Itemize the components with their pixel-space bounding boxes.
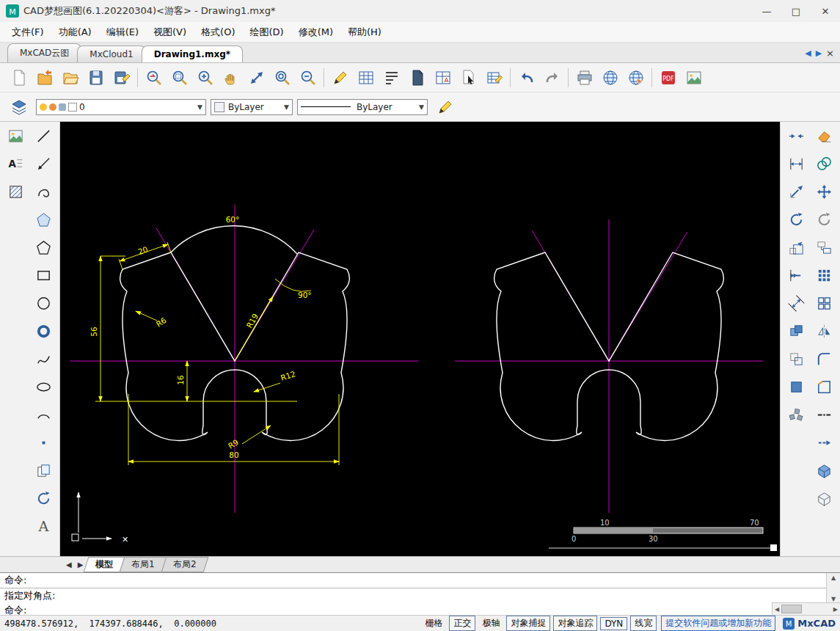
scale-button[interactable]: [783, 233, 811, 261]
array-button[interactable]: [811, 261, 839, 289]
polyline-edit-button[interactable]: [811, 428, 839, 456]
polar-toggle[interactable]: 极轴: [478, 616, 503, 630]
zoom-out-button[interactable]: [295, 65, 321, 90]
redo-button[interactable]: [539, 65, 565, 90]
zoom-previous-button[interactable]: [141, 65, 167, 90]
menu-item-modify[interactable]: 修改(M): [291, 23, 340, 41]
hatch-button[interactable]: [2, 178, 30, 205]
tab-scroll-left-icon[interactable]: ◀: [805, 48, 811, 58]
chamfer-button[interactable]: [811, 373, 839, 401]
scrollbar-thumb[interactable]: [781, 605, 802, 613]
open-url-button[interactable]: [623, 65, 649, 90]
table-edit-button[interactable]: [481, 65, 507, 90]
grid-toggle[interactable]: 栅格: [421, 616, 446, 630]
box3d-button[interactable]: [811, 456, 839, 484]
linetype-select[interactable]: ByLayer ▼: [297, 99, 428, 115]
doc-tab-mxcloud1[interactable]: MxCloud1: [77, 45, 145, 62]
scroll-up-icon[interactable]: ▲: [831, 573, 836, 583]
pentagon-button[interactable]: [30, 205, 58, 233]
rotate-reference-button[interactable]: [811, 205, 839, 233]
spline-button[interactable]: [30, 345, 58, 373]
scroll-right-icon[interactable]: ▶: [831, 606, 840, 613]
color-draw-button[interactable]: [327, 65, 353, 90]
layout-tab-layout1[interactable]: 布局1: [120, 557, 167, 572]
layout-tab-layout2[interactable]: 布局2: [161, 557, 208, 572]
circle-button[interactable]: [30, 289, 58, 317]
copy-circle-button[interactable]: [811, 150, 839, 178]
zoom-in-button[interactable]: [192, 65, 218, 90]
break-button[interactable]: [783, 122, 811, 150]
doc-tab-mxcad-cloud[interactable]: MxCAD云图: [7, 43, 81, 62]
offset-button[interactable]: [783, 345, 811, 373]
save-button[interactable]: [83, 65, 109, 90]
leader-button[interactable]: [30, 150, 58, 178]
menu-item-function[interactable]: 功能(A): [51, 23, 99, 41]
export-image-button[interactable]: [681, 65, 706, 90]
linetype-scale-button[interactable]: [811, 401, 839, 428]
insert-image-button[interactable]: [2, 122, 30, 150]
undo-button[interactable]: [514, 65, 539, 90]
mtext-button[interactable]: [2, 150, 30, 178]
zoom-window-button[interactable]: [167, 65, 192, 90]
menu-item-format[interactable]: 格式(O): [194, 23, 242, 41]
new-file-button[interactable]: [6, 65, 32, 90]
tab-scroll-right-icon[interactable]: ▶: [816, 48, 822, 58]
save-as-button[interactable]: [109, 65, 134, 90]
explode-button[interactable]: [783, 401, 811, 428]
erase-button[interactable]: [811, 122, 839, 150]
rotate-button[interactable]: [783, 205, 811, 233]
export-pdf-button[interactable]: [655, 65, 681, 90]
maximize-button[interactable]: □: [781, 0, 811, 22]
table-button[interactable]: [353, 65, 379, 90]
dim-aligned-button[interactable]: [783, 289, 811, 317]
fillet-button[interactable]: [811, 345, 839, 373]
move-button[interactable]: [811, 178, 839, 205]
dim-linear-button[interactable]: [783, 150, 811, 178]
menu-item-help[interactable]: 帮助(H): [340, 23, 389, 41]
mirror-button[interactable]: [811, 317, 839, 345]
zoom-extents-button[interactable]: [269, 65, 295, 90]
region-button[interactable]: [783, 373, 811, 401]
doc-tab-drawing1[interactable]: Drawing1.mxg*: [142, 45, 243, 62]
tab-close-icon[interactable]: ×: [826, 48, 834, 59]
select-set-button[interactable]: [456, 65, 481, 90]
point-button[interactable]: [30, 428, 58, 456]
layer-manager-button[interactable]: [6, 95, 32, 120]
otrack-toggle[interactable]: 对象追踪: [553, 616, 597, 631]
lineweight-pencil-button[interactable]: [432, 95, 458, 120]
menu-item-edit[interactable]: 编辑(E): [99, 23, 146, 41]
block-button[interactable]: [30, 456, 58, 484]
layer-select[interactable]: 0 ▼: [36, 99, 206, 115]
print-button[interactable]: [571, 65, 597, 90]
stretch-button[interactable]: [783, 178, 811, 205]
command-horizontal-scrollbar[interactable]: ◀ ▶: [772, 602, 840, 615]
layout-scroll-left-icon[interactable]: ◀: [63, 561, 75, 569]
extend-button[interactable]: [783, 261, 811, 289]
surface-button[interactable]: [811, 484, 839, 512]
text-style-button[interactable]: [379, 65, 404, 90]
lineweight-toggle[interactable]: 线宽: [630, 616, 657, 631]
rectangle-button[interactable]: [30, 261, 58, 289]
array-rect-button[interactable]: [811, 289, 839, 317]
scroll-left-icon[interactable]: ◀: [773, 606, 781, 613]
polygon-button[interactable]: [30, 233, 58, 261]
color-select[interactable]: ByLayer ▼: [211, 99, 293, 115]
drawing-canvas[interactable]: 60° 20 56 16 80 R6 R19 90° R12 R9: [60, 122, 780, 556]
layout-tab-model[interactable]: 模型: [84, 557, 125, 572]
feedback-link[interactable]: 提交软件问题或增加新功能: [661, 616, 775, 631]
text-tool-button[interactable]: [30, 512, 58, 540]
align-button[interactable]: [811, 233, 839, 261]
copy-button[interactable]: [783, 317, 811, 345]
menu-item-view[interactable]: 视图(V): [146, 23, 194, 41]
ellipse-button[interactable]: [30, 373, 58, 401]
menu-item-draw[interactable]: 绘图(D): [242, 23, 291, 41]
open-folder-button[interactable]: [57, 65, 83, 90]
pan-button[interactable]: [218, 65, 244, 90]
polyline-button[interactable]: [30, 178, 58, 205]
command-panel[interactable]: 命令: 指定对角点: 命令: ▲ ▼ ◀ ▶: [0, 572, 840, 615]
arc-button[interactable]: [30, 401, 58, 428]
command-vertical-scrollbar[interactable]: ▲ ▼: [826, 573, 840, 604]
open-drawing-button[interactable]: [32, 65, 57, 90]
osnap-toggle[interactable]: 对象捕捉: [506, 616, 550, 631]
copy-rotate-button[interactable]: [30, 484, 58, 512]
